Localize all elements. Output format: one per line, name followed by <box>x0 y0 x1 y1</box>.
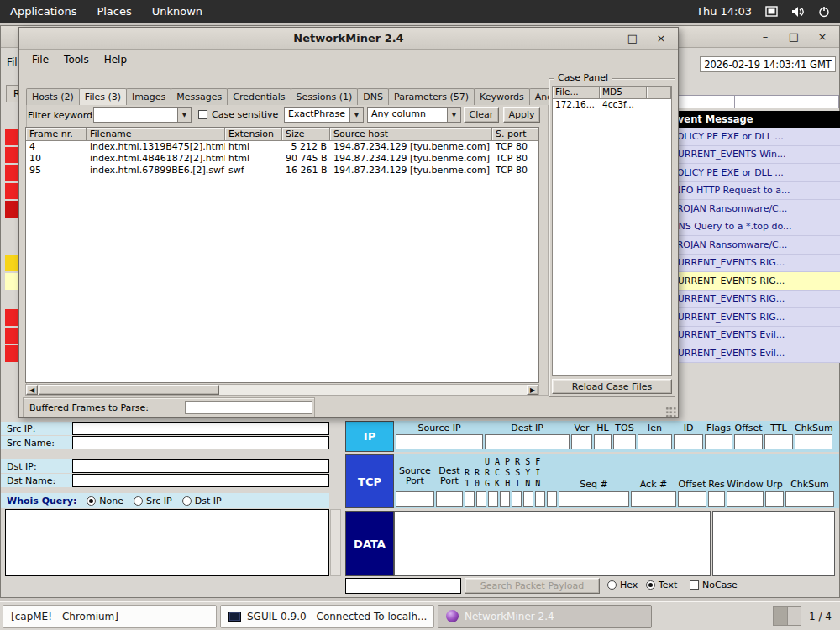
scrollbar-thumb[interactable] <box>39 385 219 395</box>
case-column-md5[interactable]: MD5 <box>600 87 647 99</box>
pager-cell-active[interactable] <box>774 607 788 625</box>
payload-search-input[interactable] <box>345 578 461 594</box>
event-status-cell[interactable] <box>5 308 18 327</box>
maximize-icon[interactable]: □ <box>626 32 639 45</box>
event-row[interactable]: CURRENT_EVENTS RIG... <box>667 291 840 309</box>
case-column-file[interactable]: File... <box>553 87 600 99</box>
taskbar-item-capme-chromium[interactable]: [capME! - Chromium] <box>3 605 217 628</box>
taskbar-item-sguil-0-9-0-connected-to-localh[interactable]: SGUIL-0.9.0 - Connected To localh... <box>220 605 434 628</box>
event-status-cell[interactable] <box>5 164 18 182</box>
power-icon[interactable] <box>818 6 830 18</box>
maximize-icon[interactable]: □ <box>787 30 801 44</box>
table-row[interactable]: 4index.html.1319B475[2].htmlhtml5 212 B1… <box>26 141 538 153</box>
panel-clock[interactable]: Thu 14:03 <box>696 5 752 18</box>
chevron-down-icon[interactable]: ▼ <box>349 108 363 122</box>
src-name-field[interactable] <box>72 436 329 449</box>
scrollbar-track[interactable] <box>219 385 527 395</box>
table-row[interactable]: 10index.html.4B461872[2].htmlhtml90 745 … <box>26 153 538 165</box>
event-row[interactable]: CURRENT_EVENTS RIG... <box>667 272 840 291</box>
event-row[interactable]: CURRENT_EVENTS Win... <box>667 146 840 165</box>
table-row[interactable]: 95index.html.67899BE6.[2].swfswf16 261 B… <box>26 165 538 176</box>
dst-ip-field[interactable] <box>72 459 329 473</box>
close-icon[interactable]: × <box>654 32 668 45</box>
src-ip-field[interactable] <box>72 422 329 435</box>
minimize-icon[interactable]: – <box>597 32 611 45</box>
column-combobox[interactable]: Any column ▼ <box>367 107 461 123</box>
column-header-filename[interactable]: Filename <box>87 128 225 141</box>
tab-parameters-57[interactable]: Parameters (57) <box>388 88 475 105</box>
whois-option-none[interactable]: None <box>87 496 123 507</box>
event-status-cell[interactable] <box>5 146 18 165</box>
reload-case-files-button[interactable]: Reload Case Files <box>552 379 672 394</box>
menu-file[interactable]: File <box>24 51 56 68</box>
pager-cell[interactable] <box>788 607 801 625</box>
column-header-frame-nr[interactable]: Frame nr. <box>26 128 87 141</box>
filter-keyword-combobox[interactable]: ▼ <box>93 107 192 123</box>
chevron-down-icon[interactable]: ▼ <box>447 108 460 122</box>
event-status-cell[interactable] <box>5 236 18 255</box>
whois-option-dst-ip[interactable]: Dst IP <box>182 496 222 507</box>
whois-output-area[interactable] <box>5 509 329 576</box>
match-mode-combobox[interactable]: ExactPhrase ▼ <box>284 107 364 123</box>
whois-option-src-ip[interactable]: Src IP <box>134 496 172 507</box>
pager-grid[interactable] <box>773 606 801 626</box>
dst-name-field[interactable] <box>72 474 329 487</box>
text-option[interactable]: Text <box>646 580 677 591</box>
menu-help[interactable]: Help <box>97 51 134 68</box>
networkminer-titlebar[interactable]: NetworkMiner 2.4 – □ × <box>19 28 678 50</box>
tab-files-3[interactable]: Files (3) <box>79 88 127 105</box>
whois-scrollbar[interactable] <box>330 509 341 576</box>
event-status-cell[interactable] <box>5 272 18 291</box>
event-row[interactable]: CURRENT_EVENTS Evil... <box>667 344 840 363</box>
case-sensitive-checkbox[interactable]: Case sensitive <box>198 109 278 120</box>
event-status-cell[interactable] <box>5 218 18 237</box>
tab-credentials[interactable]: Credentials <box>227 88 291 105</box>
event-row[interactable]: CURRENT_EVENTS RIG... <box>667 255 840 273</box>
tab-messages[interactable]: Messages <box>171 88 228 105</box>
nocase-option[interactable]: NoCase <box>690 580 738 591</box>
tab-dns[interactable]: DNS <box>357 88 389 105</box>
event-row[interactable]: INFO HTTP Request to a... <box>667 182 840 201</box>
column-header-s-port[interactable]: S. port <box>492 128 538 141</box>
event-row[interactable]: POLICY PE EXE or DLL ... <box>667 128 840 146</box>
chevron-down-icon[interactable]: ▼ <box>177 108 191 122</box>
workspace-pager[interactable]: 1 / 4 <box>773 606 837 626</box>
event-status-cell[interactable] <box>5 200 18 218</box>
column-header-extension[interactable]: Extension <box>225 128 282 141</box>
notification-icon[interactable] <box>765 6 778 17</box>
event-message-column-header[interactable]: Event Message <box>667 111 840 128</box>
event-status-cell[interactable] <box>5 182 18 201</box>
horizontal-scrollbar[interactable]: ◀ ▶ <box>25 384 539 396</box>
case-row[interactable]: 172.16...4cc3f... <box>553 99 671 111</box>
scroll-right-icon[interactable]: ▶ <box>527 385 538 395</box>
minimize-icon[interactable]: – <box>759 30 772 44</box>
menu-tools[interactable]: Tools <box>56 51 97 68</box>
resize-grip[interactable] <box>665 407 677 417</box>
panel-menu-applications[interactable]: Applications <box>0 0 87 23</box>
tab-sessions-1[interactable]: Sessions (1) <box>291 88 359 105</box>
search-packet-payload-button[interactable]: Search Packet Payload <box>465 578 600 594</box>
event-status-cell[interactable] <box>5 128 18 146</box>
event-status-cell[interactable] <box>5 291 18 309</box>
close-icon[interactable]: × <box>816 30 829 44</box>
event-row[interactable]: TROJAN Ransomware/C... <box>667 200 840 218</box>
volume-icon[interactable] <box>791 6 805 18</box>
event-status-cell[interactable] <box>5 255 18 273</box>
tab-anomalies[interactable]: Anomalies <box>529 88 549 105</box>
event-row[interactable]: TROJAN Ransomware/C... <box>667 236 840 255</box>
tab-hosts-2[interactable]: Hosts (2) <box>26 88 80 105</box>
clear-button[interactable]: Clear <box>464 107 499 123</box>
tab-keywords[interactable]: Keywords <box>474 88 530 105</box>
tab-images[interactable]: Images <box>126 88 171 105</box>
event-row[interactable]: CURRENT_EVENTS RIG... <box>667 308 840 327</box>
event-row[interactable]: POLICY PE EXE or DLL ... <box>667 164 840 182</box>
event-status-cell[interactable] <box>5 344 18 363</box>
panel-menu-places[interactable]: Places <box>87 0 141 23</box>
event-row[interactable]: DNS Query to a *.top do... <box>667 218 840 237</box>
event-status-cell[interactable] <box>5 327 18 345</box>
apply-button[interactable]: Apply <box>503 107 540 123</box>
panel-menu-unknown[interactable]: Unknown <box>142 0 213 23</box>
hex-option[interactable]: Hex <box>607 580 638 591</box>
taskbar-item-networkminer-2-4[interactable]: NetworkMiner 2.4 <box>438 605 652 628</box>
scroll-left-icon[interactable]: ◀ <box>26 385 38 395</box>
